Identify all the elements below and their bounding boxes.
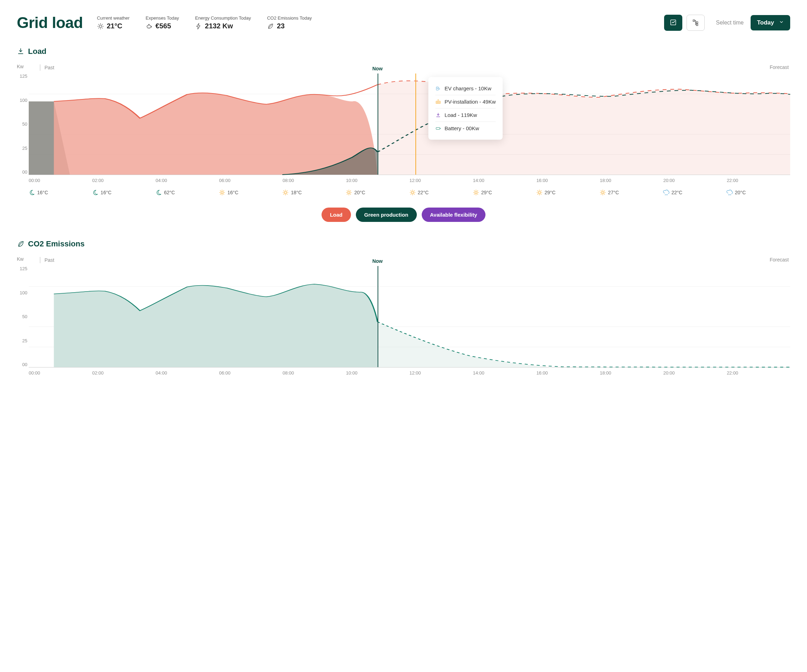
leaf-icon	[17, 240, 25, 248]
weather-item: 20°C	[726, 189, 790, 196]
ev-charger-icon	[435, 86, 441, 91]
select-time-label: Select time	[716, 20, 744, 26]
stat-weather: Current weather 21°C	[97, 15, 130, 30]
weather-temp: 27°C	[608, 190, 619, 195]
pill-green-production[interactable]: Green production	[356, 207, 417, 222]
stats-row: Current weather 21°C Expenses Today €565…	[97, 14, 650, 30]
weather-row: 16°C16°C62°C16°C18°C20°C22°C29°C29°C27°C…	[29, 189, 790, 196]
co2-chart[interactable]: 125 100 50 25 00 Now	[29, 266, 790, 367]
chevron-down-icon	[779, 19, 784, 26]
weather-item: 16°C	[219, 189, 282, 196]
weather-temp: 20°C	[354, 190, 365, 195]
now-divider	[378, 266, 378, 367]
weather-temp: 16°C	[227, 190, 238, 195]
chart-view-button[interactable]	[664, 15, 682, 31]
weather-item: 29°C	[473, 189, 536, 196]
stat-label: CO2 Emissions Today	[267, 15, 312, 21]
leaf-icon	[267, 23, 274, 30]
sun-icon	[282, 189, 289, 196]
y-axis-labels: 125 100 50 25 00	[17, 73, 27, 175]
chart-tooltip: EV chargers - 10Kw PV-installation - 49K…	[428, 77, 503, 140]
sun-icon	[97, 23, 104, 30]
weather-temp: 22°C	[418, 190, 429, 195]
x-axis-labels: 00:00 02:00 04:00 06:00 08:00 10:00 12:0…	[29, 178, 790, 183]
sun-icon	[473, 189, 479, 196]
y-axis-labels: 125 100 50 25 00	[17, 266, 27, 367]
weather-item: 29°C	[536, 189, 599, 196]
download-icon	[17, 48, 25, 55]
weather-temp: 29°C	[481, 190, 492, 195]
y-axis-unit: Kw	[17, 64, 23, 69]
stat-value: €565	[156, 22, 171, 30]
stat-value: 23	[277, 22, 284, 30]
x-axis-labels: 00:00 02:00 04:00 06:00 08:00 10:00 12:0…	[29, 370, 790, 376]
tree-view-button[interactable]	[686, 15, 705, 31]
page-title: Grid load	[17, 14, 83, 31]
co2-plot-svg	[29, 266, 790, 367]
stat-label: Expenses Today	[146, 15, 179, 21]
sun-icon	[536, 189, 543, 196]
hover-marker	[415, 73, 416, 175]
weather-item: 27°C	[599, 189, 663, 196]
stat-label: Current weather	[97, 15, 130, 21]
moon-icon	[156, 189, 162, 196]
load-chart[interactable]: 125 100 50 25 00 Now	[29, 73, 790, 175]
series-toggle-pills: Load Green production Available flexibil…	[17, 207, 790, 222]
forecast-label: Forecast	[770, 65, 789, 71]
pill-load[interactable]: Load	[322, 207, 351, 222]
weather-temp: 18°C	[291, 190, 302, 195]
weather-item: 18°C	[282, 189, 346, 196]
now-label: Now	[372, 258, 383, 264]
pv-icon	[435, 99, 441, 105]
time-range-selector[interactable]: Today	[751, 15, 790, 30]
now-divider	[378, 73, 378, 175]
sun-icon	[346, 189, 352, 196]
tree-icon	[692, 18, 699, 27]
weather-item: 62°C	[156, 189, 219, 196]
weather-temp: 20°C	[735, 190, 746, 195]
rain-icon	[726, 189, 733, 196]
tooltip-battery: Battery - 00Kw	[435, 122, 496, 135]
weather-item: 16°C	[92, 189, 156, 196]
moon-icon	[92, 189, 98, 196]
weather-item: 22°C	[409, 189, 473, 196]
section-header-load: Load	[17, 47, 790, 56]
load-plot-svg	[29, 73, 790, 175]
tooltip-load: Load - 119Kw	[435, 109, 496, 122]
chart-icon	[669, 18, 677, 27]
stat-expenses: Expenses Today €565	[146, 15, 179, 30]
tooltip-ev: EV chargers - 10Kw	[435, 82, 496, 95]
past-label: Past	[45, 257, 54, 263]
pill-available-flexibility[interactable]: Available flexibility	[422, 207, 486, 222]
weather-temp: 29°C	[545, 190, 556, 195]
piggy-icon	[146, 23, 153, 30]
stat-energy: Energy Consumption Today 2132 Kw	[195, 15, 251, 30]
past-label: Past	[45, 65, 54, 70]
stat-label: Energy Consumption Today	[195, 15, 251, 21]
load-chart-wrapper: Kw Past Forecast 125 100 50 25 00	[17, 65, 790, 196]
moon-icon	[29, 189, 35, 196]
stat-value: 2132 Kw	[205, 22, 233, 30]
weather-temp: 22°C	[671, 190, 682, 195]
weather-item: 16°C	[29, 189, 92, 196]
weather-temp: 16°C	[101, 190, 111, 195]
section-header-co2: CO2 Emissions	[17, 239, 790, 248]
download-icon	[435, 113, 441, 118]
now-label: Now	[372, 66, 383, 71]
weather-item: 22°C	[663, 189, 726, 196]
co2-chart-wrapper: Kw Past Forecast 125 100 50 25 00	[17, 257, 790, 376]
battery-icon	[435, 126, 441, 131]
section-title: CO2 Emissions	[28, 239, 85, 248]
time-range-label: Today	[757, 19, 774, 26]
weather-temp: 16°C	[37, 190, 48, 195]
stat-value: 21°C	[107, 22, 123, 30]
forecast-label: Forecast	[770, 257, 789, 263]
tooltip-pv: PV-installation - 49Kw	[435, 95, 496, 109]
weather-item: 20°C	[346, 189, 409, 196]
sun-icon	[409, 189, 416, 196]
rain-icon	[663, 189, 669, 196]
sun-icon	[219, 189, 225, 196]
section-title: Load	[28, 47, 46, 56]
sun-icon	[599, 189, 606, 196]
y-axis-unit: Kw	[17, 256, 23, 262]
